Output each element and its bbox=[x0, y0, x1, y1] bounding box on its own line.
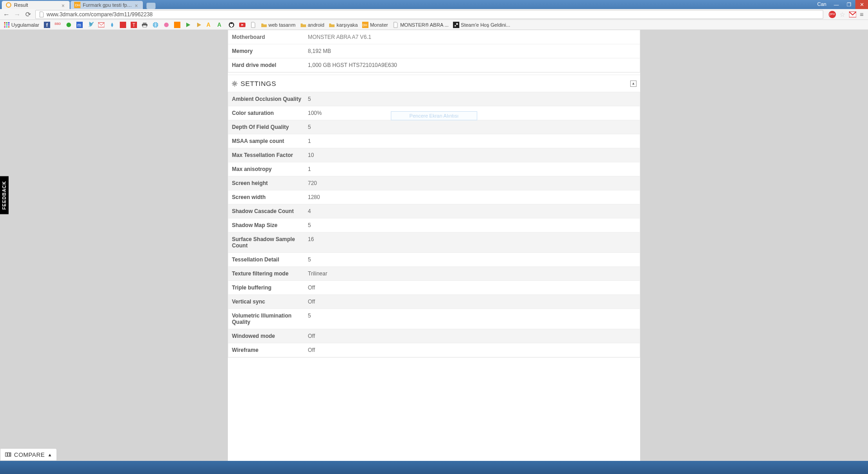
bookmark-icon: 880 bbox=[55, 22, 61, 28]
bookmark-880[interactable]: 880 bbox=[54, 21, 62, 29]
setting-label: MSAA sample count bbox=[232, 138, 308, 144]
star-icon[interactable]: ☆ bbox=[840, 11, 845, 18]
bookmark-youtube[interactable] bbox=[238, 21, 246, 29]
titlebar: Result × DH Furmark gpu testi fps çok × … bbox=[0, 0, 868, 9]
reload-button[interactable]: ⟳ bbox=[24, 11, 32, 18]
setting-row: Screen width1280 bbox=[228, 190, 640, 204]
close-icon[interactable]: × bbox=[61, 3, 66, 7]
facebook-icon: f bbox=[44, 22, 50, 28]
setting-row: Shadow Cascade Count4 bbox=[228, 204, 640, 218]
svg-point-35 bbox=[234, 83, 236, 85]
new-tab-button[interactable] bbox=[146, 3, 156, 9]
folder-icon bbox=[329, 22, 335, 28]
play-icon bbox=[196, 22, 202, 28]
setting-value: Off bbox=[308, 333, 636, 339]
gmail-icon[interactable] bbox=[849, 11, 856, 18]
bookmark-a[interactable]: A bbox=[206, 21, 214, 29]
bookmark-monster-abra[interactable]: MONSTER® ABRA ... bbox=[392, 21, 449, 29]
setting-value: 1 bbox=[308, 138, 636, 144]
setting-row: Surface Shadow Sample Count16 bbox=[228, 232, 640, 253]
bookmark-o[interactable] bbox=[65, 21, 73, 29]
info-value: 1,000 GB HGST HTS721010A9E630 bbox=[308, 62, 636, 68]
setting-label: Windowed mode bbox=[232, 333, 308, 339]
setting-label: Screen width bbox=[232, 194, 308, 200]
apps-button[interactable]: Uygulamalar bbox=[3, 21, 40, 29]
info-value: MONSTER ABRA A7 V6.1 bbox=[308, 34, 636, 40]
bookmark-file[interactable] bbox=[249, 21, 257, 29]
setting-row: Tessellation Detail5 bbox=[228, 253, 640, 267]
bookmark-label: Monster bbox=[370, 22, 388, 28]
svg-rect-12 bbox=[8, 26, 9, 28]
bookmark-folder-android[interactable]: android bbox=[299, 21, 326, 29]
setting-value: 4 bbox=[308, 208, 636, 214]
tab-result[interactable]: Result × bbox=[2, 1, 70, 9]
svg-point-33 bbox=[456, 23, 458, 25]
compare-label: COMPARE bbox=[14, 451, 45, 458]
setting-row: Texture filtering modeTrilinear bbox=[228, 267, 640, 281]
bookmark-gmail[interactable] bbox=[97, 21, 105, 29]
bookmark-label: MONSTER® ABRA ... bbox=[400, 22, 448, 28]
chevron-up-icon: ▲ bbox=[47, 452, 52, 457]
bookmark-folder-web[interactable]: web tasarım bbox=[260, 21, 297, 29]
bookmark-a2[interactable]: A bbox=[217, 21, 225, 29]
bookmark-monster[interactable]: DHMonster bbox=[361, 21, 389, 29]
feedback-tab[interactable]: FEEDBACK bbox=[0, 176, 9, 214]
address-bar[interactable]: www.3dmark.com/compare/3dm11/9962238 bbox=[35, 10, 823, 19]
close-window-button[interactable]: ✕ bbox=[855, 0, 868, 9]
tab-furmark[interactable]: DH Furmark gpu testi fps çok × bbox=[71, 1, 143, 9]
bookmark-steam[interactable]: Steam'e Hoş Geldini... bbox=[452, 21, 511, 29]
compare-icon bbox=[5, 451, 11, 458]
minimize-button[interactable]: — bbox=[830, 0, 843, 9]
setting-label: Color saturation bbox=[232, 110, 308, 116]
bookmark-red[interactable] bbox=[119, 21, 127, 29]
extension-icon[interactable]: pro bbox=[829, 11, 836, 18]
bookmark-icon bbox=[174, 22, 180, 28]
gear-icon bbox=[231, 81, 238, 87]
forward-button[interactable]: → bbox=[14, 11, 21, 18]
close-icon[interactable]: × bbox=[135, 3, 139, 7]
bookmark-play[interactable] bbox=[184, 21, 192, 29]
bookmark-t[interactable]: T bbox=[130, 21, 138, 29]
setting-label: Max Tessellation Factor bbox=[232, 152, 308, 158]
compare-bar[interactable]: COMPARE ▲ bbox=[0, 448, 57, 461]
svg-rect-32 bbox=[453, 22, 459, 28]
info-row: Memory 8,192 MB bbox=[228, 44, 640, 58]
bookmark-print[interactable] bbox=[141, 21, 149, 29]
bookmark-icon bbox=[163, 22, 170, 28]
setting-value: 5 bbox=[308, 124, 636, 130]
nav-toolbar: ← → ⟳ www.3dmark.com/compare/3dm11/99622… bbox=[0, 9, 868, 20]
bookmark-play2[interactable] bbox=[195, 21, 203, 29]
svg-text:T: T bbox=[132, 23, 135, 28]
url-text: www.3dmark.com/compare/3dm11/9962238 bbox=[47, 11, 153, 18]
svg-rect-8 bbox=[6, 24, 8, 25]
user-label[interactable]: Can bbox=[814, 0, 830, 9]
bookmark-pink[interactable] bbox=[162, 21, 170, 29]
bookmark-folder-karsiyaka[interactable]: karşıyaka bbox=[328, 21, 359, 29]
svg-text:m: m bbox=[77, 23, 81, 28]
content-area[interactable]: Motherboard MONSTER ABRA A7 V6.1 Memory … bbox=[0, 30, 868, 461]
bookmark-m[interactable]: m bbox=[75, 21, 84, 29]
collapse-icon[interactable]: ▲ bbox=[630, 81, 637, 87]
info-row: Motherboard MONSTER ABRA A7 V6.1 bbox=[228, 30, 640, 44]
setting-label: Shadow Cascade Count bbox=[232, 208, 308, 214]
settings-header[interactable]: SETTINGS ▲ bbox=[228, 75, 640, 92]
bookmark-fb[interactable]: f bbox=[43, 21, 51, 29]
maximize-button[interactable]: ❐ bbox=[843, 0, 855, 9]
result-panel: Motherboard MONSTER ABRA A7 V6.1 Memory … bbox=[228, 30, 640, 461]
bookmark-cal[interactable] bbox=[173, 21, 181, 29]
svg-rect-5 bbox=[6, 22, 8, 24]
setting-label: Vertical sync bbox=[232, 299, 308, 305]
menu-icon[interactable]: ≡ bbox=[860, 11, 863, 18]
bookmark-drop[interactable] bbox=[108, 21, 116, 29]
twitter-icon bbox=[87, 22, 94, 28]
svg-rect-27 bbox=[174, 22, 180, 28]
bookmark-twitter[interactable] bbox=[86, 21, 94, 29]
setting-label: Wireframe bbox=[232, 347, 308, 353]
svg-point-15 bbox=[66, 23, 71, 27]
setting-label: Depth Of Field Quality bbox=[232, 124, 308, 130]
bookmark-github[interactable] bbox=[227, 21, 236, 29]
bookmark-globe[interactable] bbox=[151, 21, 160, 29]
back-button[interactable]: ← bbox=[3, 11, 10, 18]
info-label: Motherboard bbox=[232, 34, 308, 40]
print-icon bbox=[142, 22, 148, 28]
